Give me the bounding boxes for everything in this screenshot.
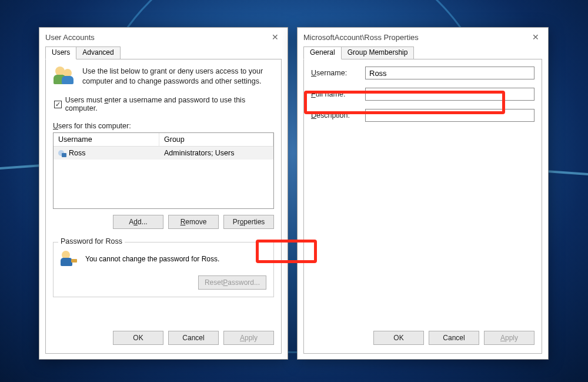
row-group: Administrators; Users xyxy=(159,147,273,160)
user-properties-dialog: MicrosoftAccount\Ross Properties ✕ Gener… xyxy=(297,27,549,360)
user-row-icon xyxy=(58,150,66,157)
fullname-input[interactable] xyxy=(365,88,534,101)
ok-button[interactable]: OK xyxy=(113,331,163,345)
tab-body-general: Username: Full name: Description: OK Can… xyxy=(303,59,542,354)
username-label: Username: xyxy=(311,69,365,77)
tab-general[interactable]: General xyxy=(303,46,342,59)
titlebar[interactable]: User Accounts ✕ xyxy=(39,28,288,46)
dialog-title: MicrosoftAccount\Ross Properties xyxy=(303,33,528,42)
close-icon[interactable]: ✕ xyxy=(528,32,543,42)
col-username[interactable]: Username xyxy=(54,133,159,146)
row-username: Ross xyxy=(69,149,85,157)
description-label: Description: xyxy=(311,111,365,119)
require-login-label: Users must enter a username and password… xyxy=(65,96,274,112)
require-login-checkbox[interactable] xyxy=(54,101,62,108)
users-icon xyxy=(53,67,76,88)
tab-advanced[interactable]: Advanced xyxy=(76,46,120,59)
tab-body-users: Use the list below to grant or deny user… xyxy=(45,59,282,354)
apply-button: Apply xyxy=(484,331,534,345)
dialog-title: User Accounts xyxy=(45,33,268,42)
cancel-button[interactable]: Cancel xyxy=(168,331,219,345)
tab-users[interactable]: Users xyxy=(45,46,76,59)
titlebar[interactable]: MicrosoftAccount\Ross Properties ✕ xyxy=(298,28,548,46)
users-listview[interactable]: Username Group Ross Administrators; User… xyxy=(53,132,274,209)
user-key-icon xyxy=(61,251,78,267)
properties-button[interactable]: Properties xyxy=(223,215,274,229)
col-group[interactable]: Group xyxy=(159,133,273,146)
user-accounts-dialog: User Accounts ✕ Users Advanced Use the l… xyxy=(39,27,288,360)
tabstrip: Users Advanced xyxy=(45,46,282,59)
username-input[interactable] xyxy=(365,67,534,79)
listview-header: Username Group xyxy=(54,133,273,147)
password-legend: Password for Ross xyxy=(58,237,125,245)
password-text: You cannot change the password for Ross. xyxy=(85,255,219,263)
intro-text: Use the list below to grant or deny user… xyxy=(82,67,274,88)
reset-password-button: Reset Password... xyxy=(198,275,266,290)
close-icon[interactable]: ✕ xyxy=(268,32,283,42)
remove-button[interactable]: Remove xyxy=(168,215,219,229)
tab-group-membership[interactable]: Group Membership xyxy=(341,46,415,59)
table-row[interactable]: Ross Administrators; Users xyxy=(54,147,273,160)
add-button[interactable]: Add... xyxy=(113,215,163,229)
apply-button: Apply xyxy=(223,331,274,345)
fullname-label: Full name: xyxy=(311,90,365,98)
cancel-button[interactable]: Cancel xyxy=(429,331,479,345)
ok-button[interactable]: OK xyxy=(373,331,424,345)
tabstrip: General Group Membership xyxy=(303,46,542,59)
password-groupbox: Password for Ross You cannot change the … xyxy=(53,242,274,297)
description-input[interactable] xyxy=(365,109,534,122)
users-for-label: Users for this computer: xyxy=(53,122,274,130)
